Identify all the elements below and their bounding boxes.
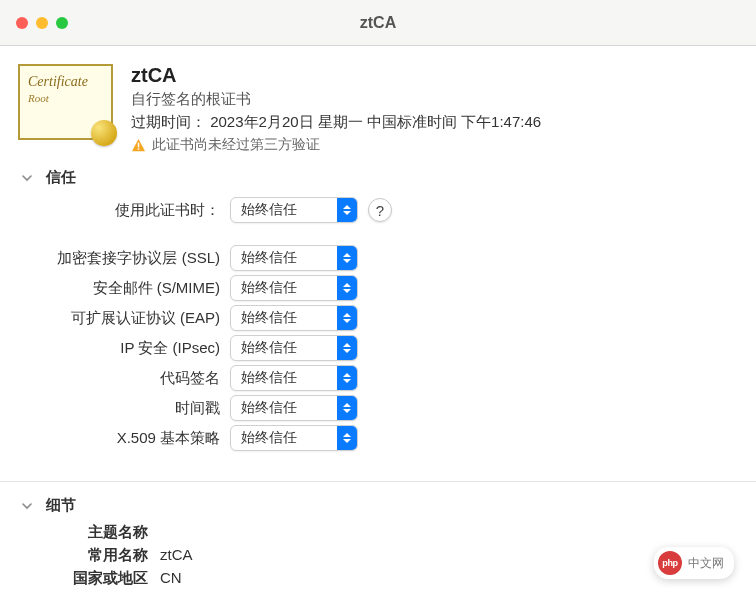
policy-value: 始终信任 (231, 309, 337, 327)
policy-row: 代码签名 始终信任 (0, 363, 756, 393)
window-zoom-button[interactable] (56, 17, 68, 29)
policy-label: 安全邮件 (S/MIME) (0, 279, 230, 298)
certificate-icon: Certificate Root (18, 64, 113, 140)
cert-icon-title: Certificate (28, 74, 103, 90)
details-section-header[interactable]: 细节 (0, 490, 756, 521)
stepper-icon (337, 396, 357, 420)
cert-name: ztCA (131, 64, 541, 87)
policy-label: 时间戳 (0, 399, 230, 418)
policy-select[interactable]: 始终信任 (230, 365, 358, 391)
policy-select[interactable]: 始终信任 (230, 395, 358, 421)
cert-expiry-value: 2023年2月20日 星期一 中国标准时间 下午1:47:46 (210, 113, 541, 130)
window-minimize-button[interactable] (36, 17, 48, 29)
policy-label: X.509 基本策略 (0, 429, 230, 448)
svg-rect-0 (138, 142, 140, 147)
brand-text: 中文网 (688, 555, 724, 572)
policy-label: 代码签名 (0, 369, 230, 388)
stepper-icon (337, 276, 357, 300)
cert-icon-root: Root (28, 92, 103, 104)
details-section-title: 细节 (46, 496, 76, 515)
detail-row: 国家或地区 CN (0, 567, 756, 590)
policy-select[interactable]: 始终信任 (230, 245, 358, 271)
chevron-down-icon (20, 171, 34, 185)
policy-value: 始终信任 (231, 339, 337, 357)
when-using-select[interactable]: 始终信任 (230, 197, 358, 223)
detail-label: 国家或地区 (0, 569, 160, 588)
policy-row: 安全邮件 (S/MIME) 始终信任 (0, 273, 756, 303)
cert-expiry: 过期时间： 2023年2月20日 星期一 中国标准时间 下午1:47:46 (131, 113, 541, 132)
detail-row: 常用名称 ztCA (0, 544, 756, 567)
svg-rect-1 (138, 148, 140, 150)
detail-label: 常用名称 (0, 546, 160, 565)
when-using-value: 始终信任 (231, 201, 337, 219)
policy-value: 始终信任 (231, 399, 337, 417)
detail-value: CN (160, 569, 182, 588)
policy-row: 时间戳 始终信任 (0, 393, 756, 423)
subject-name-label: 主题名称 (0, 523, 160, 542)
divider (0, 481, 756, 482)
brand-logo-icon: php (658, 551, 682, 575)
policy-value: 始终信任 (231, 279, 337, 297)
policy-select[interactable]: 始终信任 (230, 305, 358, 331)
help-button[interactable]: ? (368, 198, 392, 222)
detail-value: ztCA (160, 546, 193, 565)
policy-select[interactable]: 始终信任 (230, 425, 358, 451)
stepper-icon (337, 198, 357, 222)
window-close-button[interactable] (16, 17, 28, 29)
window-title: ztCA (0, 14, 756, 32)
policy-label: 可扩展认证协议 (EAP) (0, 309, 230, 328)
seal-icon (91, 120, 117, 146)
cert-type: 自行签名的根证书 (131, 90, 541, 109)
trust-section-header[interactable]: 信任 (0, 162, 756, 193)
stepper-icon (337, 246, 357, 270)
when-using-label: 使用此证书时： (0, 201, 230, 220)
stepper-icon (337, 426, 357, 450)
policy-row: 可扩展认证协议 (EAP) 始终信任 (0, 303, 756, 333)
policy-select[interactable]: 始终信任 (230, 275, 358, 301)
cert-expiry-label: 过期时间： (131, 113, 206, 130)
policy-row: 加密套接字协议层 (SSL) 始终信任 (0, 243, 756, 273)
policy-select[interactable]: 始终信任 (230, 335, 358, 361)
policy-value: 始终信任 (231, 429, 337, 447)
chevron-down-icon (20, 499, 34, 513)
policy-row: IP 安全 (IPsec) 始终信任 (0, 333, 756, 363)
warning-icon (131, 138, 146, 152)
policy-label: IP 安全 (IPsec) (0, 339, 230, 358)
cert-warning-text: 此证书尚未经过第三方验证 (152, 136, 320, 154)
stepper-icon (337, 306, 357, 330)
policy-row: X.509 基本策略 始终信任 (0, 423, 756, 453)
brand-badge[interactable]: php 中文网 (654, 547, 734, 579)
policy-value: 始终信任 (231, 249, 337, 267)
stepper-icon (337, 366, 357, 390)
policy-label: 加密套接字协议层 (SSL) (0, 249, 230, 268)
trust-section-title: 信任 (46, 168, 76, 187)
stepper-icon (337, 336, 357, 360)
policy-value: 始终信任 (231, 369, 337, 387)
